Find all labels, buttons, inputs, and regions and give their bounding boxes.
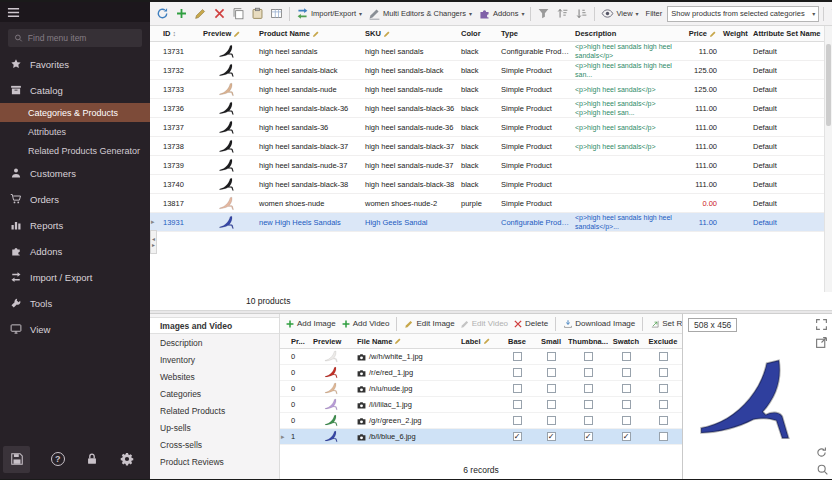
row-expander[interactable]: ▸ (150, 218, 160, 226)
checkbox[interactable] (513, 416, 522, 425)
col-product-name[interactable]: Product Name (256, 29, 362, 38)
col-priority[interactable]: Pr... (288, 337, 310, 346)
checkbox[interactable] (622, 416, 631, 425)
checkbox[interactable] (622, 400, 631, 409)
help-icon[interactable]: ? (51, 452, 65, 466)
image-row[interactable]: ▸1/b/l/blue_6.jpg✓✓✓✓ (280, 429, 682, 445)
add-video-button[interactable]: Add Video (341, 319, 390, 329)
checkbox[interactable] (584, 400, 593, 409)
sidebar-item-orders[interactable]: Orders (0, 186, 150, 212)
checkbox[interactable]: ✓ (513, 432, 522, 441)
addons-menu[interactable]: Addons▾ (476, 5, 526, 22)
checkbox[interactable] (659, 368, 668, 377)
product-row[interactable]: 13737high heel sandals-36high heel sanda… (150, 118, 824, 137)
checkbox[interactable] (584, 368, 593, 377)
delete-button[interactable] (211, 5, 228, 22)
sidebar-search[interactable] (8, 29, 142, 47)
checkbox[interactable] (513, 384, 522, 393)
col-base[interactable]: Base (500, 337, 534, 346)
checkbox[interactable] (659, 416, 668, 425)
filters-button[interactable]: Filters▾ (828, 5, 832, 22)
tab-categories[interactable]: Categories (150, 385, 279, 402)
image-row[interactable]: 0/r/e/red_1.jpg (280, 365, 682, 381)
edit-video-button[interactable]: Edit Video (460, 319, 508, 329)
product-row[interactable]: 13732high heel sandals-blackhigh heel sa… (150, 61, 824, 80)
sidebar-item-reports[interactable]: Reports (0, 212, 150, 238)
col-label[interactable]: Label (458, 337, 500, 346)
checkbox[interactable] (622, 384, 631, 393)
lock-icon[interactable] (85, 452, 99, 466)
image-row[interactable]: 0/n/u/nude.jpg (280, 381, 682, 397)
checkbox[interactable] (547, 368, 556, 377)
checkbox[interactable] (622, 368, 631, 377)
checkbox[interactable] (622, 352, 631, 361)
import-export-menu[interactable]: Import/Export▾ (294, 5, 364, 22)
columns-button[interactable] (268, 5, 285, 22)
col-color[interactable]: Color (458, 29, 498, 38)
product-row[interactable]: 13731high heel sandalshigh heel sandalsb… (150, 42, 824, 61)
sidebar-item-addons[interactable]: Addons (0, 238, 150, 264)
checkbox[interactable] (513, 400, 522, 409)
checkbox[interactable] (513, 368, 522, 377)
col-attribute-set[interactable]: Attribute Set Name (750, 29, 824, 38)
sidebar-item-import-export[interactable]: Import / Export (0, 264, 150, 290)
checkbox[interactable] (584, 416, 593, 425)
image-row[interactable]: 0/l/i/lilac_1.jpg (280, 397, 682, 413)
paste-button[interactable] (249, 5, 266, 22)
col-price[interactable]: Price (676, 29, 720, 38)
add-image-button[interactable]: Add Image (285, 319, 336, 329)
sidebar-item-favorites[interactable]: Favorites (0, 51, 150, 77)
add-button[interactable] (173, 5, 190, 22)
checkbox[interactable] (547, 352, 556, 361)
edit-button[interactable] (192, 5, 209, 22)
col-type[interactable]: Type (498, 29, 572, 38)
sidebar-item-tools[interactable]: Tools (0, 290, 150, 316)
col-preview[interactable]: Preview (200, 29, 256, 38)
sidebar-item-related-products-generator[interactable]: Related Products Generator (0, 141, 150, 160)
tab-images-and-video[interactable]: Images and Video (150, 317, 279, 334)
delete-image-button[interactable]: Delete (513, 319, 548, 329)
save-button[interactable] (3, 446, 30, 473)
col-id[interactable]: ID↕ (160, 29, 200, 38)
col-img-preview[interactable]: Preview (310, 337, 354, 346)
fullscreen-icon[interactable] (815, 318, 828, 331)
col-thumbnail[interactable]: Thumbna... (568, 337, 608, 346)
col-weight[interactable]: Weight (720, 29, 750, 38)
category-filter-select[interactable]: Show products from selected categories ▾ (667, 6, 819, 22)
tab-description[interactable]: Description (150, 334, 279, 351)
checkbox[interactable] (547, 400, 556, 409)
external-link-icon[interactable] (815, 336, 828, 349)
sort-desc-button[interactable] (573, 5, 590, 22)
col-sku[interactable]: SKU (362, 29, 458, 38)
product-row[interactable]: ▸13931new High Heels SandalsHigh Geels S… (150, 213, 824, 232)
sidebar-item-catalog[interactable]: Catalog (0, 77, 150, 103)
checkbox[interactable] (584, 352, 593, 361)
col-exclude[interactable]: Exclude (644, 337, 682, 346)
tab-websites[interactable]: Websites (150, 368, 279, 385)
checkbox[interactable] (547, 384, 556, 393)
tab-inventory[interactable]: Inventory (150, 351, 279, 368)
menu-icon[interactable] (7, 6, 20, 19)
checkbox[interactable]: ✓ (584, 432, 593, 441)
sort-asc-button[interactable] (554, 5, 571, 22)
product-row[interactable]: 13736high heel sandals-black-36high heel… (150, 99, 824, 118)
product-row[interactable]: 13733high heel sandals-nudehigh heel san… (150, 80, 824, 99)
checkbox[interactable] (584, 384, 593, 393)
product-row[interactable]: 13739high heel sandals-nude-37high heel … (150, 156, 824, 175)
scrollbar-thumb[interactable] (826, 44, 831, 126)
col-swatch[interactable]: Swatch (608, 337, 644, 346)
sidebar-item-attributes[interactable]: Attributes (0, 122, 150, 141)
sidebar-item-customers[interactable]: Customers (0, 160, 150, 186)
refresh-button[interactable] (154, 5, 171, 22)
tab-cross-sells[interactable]: Cross-sells (150, 436, 279, 453)
copy-button[interactable] (230, 5, 247, 22)
tab-up-sells[interactable]: Up-sells (150, 419, 279, 436)
checkbox[interactable] (547, 416, 556, 425)
sidebar-item-categories-products[interactable]: Categories & Products (0, 103, 150, 122)
product-row[interactable]: 13740high heel sandals-black-38high heel… (150, 175, 824, 194)
multi-editors-menu[interactable]: Multi Editors & Changers▾ (366, 5, 474, 22)
image-row[interactable]: 0/g/r/green_2.jpg (280, 413, 682, 429)
col-description[interactable]: Description (572, 29, 676, 38)
checkbox[interactable] (659, 432, 668, 441)
sidebar-collapse-handle[interactable]: ◄► (150, 230, 157, 254)
